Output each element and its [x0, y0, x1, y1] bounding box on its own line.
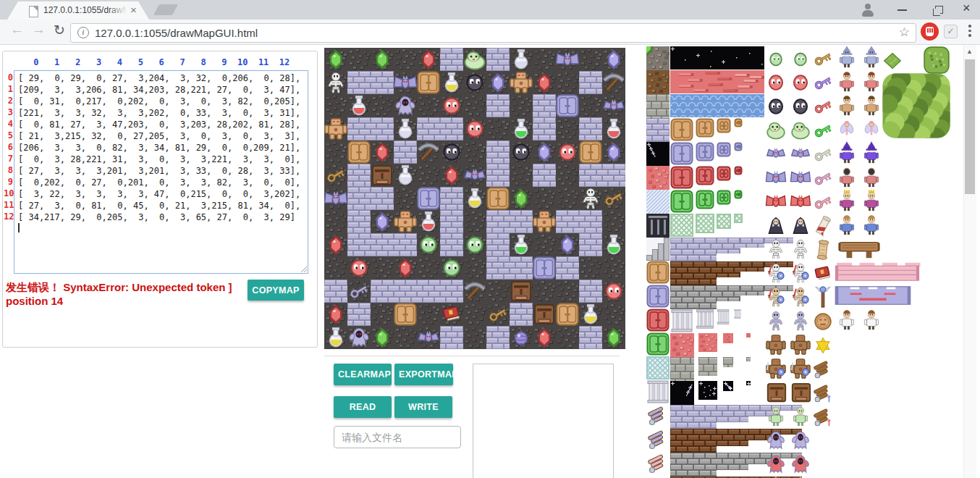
read-button[interactable]: READ — [334, 396, 392, 418]
back-icon[interactable]: ← — [10, 22, 24, 38]
map-canvas[interactable] — [324, 48, 625, 349]
matrix-row-headers: 0 1 2 3 4 5 6 7 8 9 10 11 12 — [4, 72, 13, 222]
tileset-palette-canvas[interactable] — [646, 46, 953, 478]
reload-icon[interactable]: ↻ — [54, 22, 65, 38]
profile-icon[interactable] — [860, 2, 876, 18]
browser-menu-icon[interactable] — [968, 25, 971, 39]
exportmap-button[interactable]: EXPORTMAP — [394, 364, 453, 385]
info-icon[interactable]: i — [77, 27, 89, 38]
clearmap-button[interactable]: CLEARMAP — [334, 364, 392, 385]
output-log-box — [473, 364, 614, 478]
divider — [324, 356, 620, 356]
browser-window: 127.0.0.1:1055/drawMa × × ← → ↻ i 127.0.… — [0, 0, 980, 478]
forward-icon[interactable]: → — [32, 22, 46, 38]
extension-hand-icon[interactable] — [921, 22, 939, 41]
page-favicon-icon — [29, 6, 38, 17]
tab-title-fade — [107, 4, 127, 17]
page-scrollbar[interactable]: ▲ — [963, 45, 976, 478]
tab-bar: 127.0.0.1:1055/drawMa × × — [0, 0, 980, 20]
matrix-editor-panel: 0 1 2 3 4 5 6 7 8 9 10 11 12 0 1 2 3 4 5… — [2, 51, 318, 348]
address-bar[interactable]: i 127.0.0.1:1055/drawMapGUI.html ☆ — [70, 23, 916, 43]
bookmark-star-icon[interactable]: ☆ — [899, 25, 910, 40]
restore-button[interactable] — [935, 6, 943, 14]
extension-check-icon[interactable]: ✓ — [944, 25, 958, 38]
url-text[interactable]: 127.0.0.1:1055/drawMapGUI.html — [95, 24, 258, 42]
matrix-textarea[interactable] — [14, 70, 308, 274]
matrix-column-headers: 0 1 2 3 4 5 6 7 8 9 10 11 12 — [28, 57, 290, 67]
scrollbar-thumb[interactable] — [965, 59, 975, 194]
browser-tab[interactable]: 127.0.0.1:1055/drawMa × — [7, 1, 149, 20]
tab-close-icon[interactable]: × — [130, 4, 137, 16]
window-close-button[interactable]: × — [963, 1, 971, 16]
copymap-button[interactable]: COPYMAP — [248, 280, 304, 301]
write-button[interactable]: WRITE — [394, 396, 452, 418]
error-message: 发生错误！ SyntaxError: Unexpected token ] po… — [6, 280, 247, 308]
filename-input[interactable] — [334, 426, 461, 448]
minimize-button[interactable] — [897, 9, 907, 11]
browser-toolbar: ← → ↻ i 127.0.0.1:1055/drawMapGUI.html ☆… — [0, 20, 980, 45]
new-tab-button[interactable] — [153, 4, 178, 15]
scrollbar-up-icon[interactable]: ▲ — [966, 48, 973, 55]
